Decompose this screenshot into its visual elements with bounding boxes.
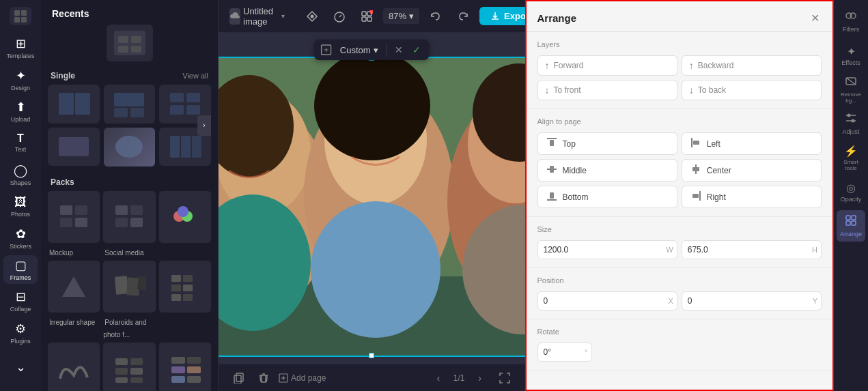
sidebar-item-text[interactable]: T Text xyxy=(3,128,38,157)
pack-thumb[interactable] xyxy=(103,191,155,243)
recent-template-thumb[interactable] xyxy=(107,25,153,61)
height-input[interactable] xyxy=(682,240,822,259)
sidebar-item-label: Design xyxy=(11,85,30,91)
add-page-label: Add page xyxy=(291,373,326,383)
pack-thumb[interactable] xyxy=(159,261,211,313)
x-input[interactable] xyxy=(537,291,677,310)
pack-thumb[interactable] xyxy=(103,261,155,313)
photo-sim xyxy=(219,58,525,356)
smart-tools-icon: ⚡ xyxy=(844,145,858,158)
svg-point-61 xyxy=(311,14,314,18)
delete-btn[interactable] xyxy=(254,368,273,388)
packs-section-header: Packs xyxy=(48,173,211,191)
app-logo xyxy=(10,7,31,25)
next-templates-btn[interactable]: › xyxy=(197,115,211,136)
undo-btn[interactable] xyxy=(425,5,447,27)
bottom-bar: Add page ‹ 1/1 › xyxy=(219,364,525,391)
sidebar-item-stickers[interactable]: ✿ Stickers xyxy=(3,223,38,252)
panel-header: Recents xyxy=(41,0,218,25)
template-thumb[interactable] xyxy=(104,128,156,166)
sidebar-item-photos[interactable]: 🖼 Photos xyxy=(3,192,38,220)
adjust-btn[interactable]: Adjust xyxy=(837,108,865,139)
pack-thumb[interactable] xyxy=(48,343,100,391)
edge-handle-b[interactable] xyxy=(369,353,374,358)
toolbar-divider xyxy=(387,43,387,57)
canvas-toolbar: Custom ▾ ✕ ✓ xyxy=(314,40,430,60)
backward-btn[interactable]: ↑ Backward xyxy=(682,55,822,76)
effects-btn[interactable]: ✦ Effects xyxy=(837,40,865,71)
prev-page-btn[interactable]: ‹ xyxy=(429,368,448,388)
opacity-btn[interactable]: ◎ Opacity xyxy=(837,176,865,207)
smart-tools-btn[interactable]: ⚡ Smarttools xyxy=(837,142,865,173)
timer-btn[interactable] xyxy=(328,5,350,27)
doc-title-text: Untitled image xyxy=(243,6,279,27)
svg-rect-34 xyxy=(115,218,128,227)
export-label: Export xyxy=(504,11,524,21)
svg-rect-58 xyxy=(187,366,201,373)
template-thumb[interactable] xyxy=(48,85,100,124)
pack-thumb[interactable] xyxy=(159,343,211,391)
svg-rect-6 xyxy=(118,46,128,53)
resize-icon xyxy=(320,43,333,57)
to-front-label: To front xyxy=(554,85,581,95)
arrange-label: Arrange xyxy=(840,231,862,237)
width-input[interactable] xyxy=(537,240,677,259)
redo-btn[interactable] xyxy=(452,5,474,27)
sidebar-item-design[interactable]: ✦ Design xyxy=(3,66,38,94)
to-front-btn[interactable]: ↓ To front xyxy=(537,80,677,100)
arrange-btn[interactable]: Arrange xyxy=(837,210,865,242)
align-middle-btn[interactable]: Middle xyxy=(537,159,677,182)
align-top-btn[interactable]: Top xyxy=(537,132,677,155)
align-middle-icon xyxy=(546,164,557,177)
y-input[interactable] xyxy=(682,291,822,310)
svg-rect-91 xyxy=(236,373,243,381)
align-bottom-btn[interactable]: Bottom xyxy=(537,186,677,208)
pack-thumb[interactable] xyxy=(48,191,100,243)
filters-btn[interactable]: Filters xyxy=(837,5,865,37)
pack-thumb[interactable] xyxy=(103,343,155,391)
align-right-btn[interactable]: Right xyxy=(682,186,822,208)
sidebar-item-upload[interactable]: ⬆ Upload xyxy=(3,97,38,126)
sidebar-item-frames[interactable]: ▢ Frames xyxy=(3,255,38,284)
stickers-icon: ✿ xyxy=(16,227,26,242)
sidebar-item-more[interactable]: ⌄ xyxy=(3,350,38,384)
layout-btn[interactable]: 2 xyxy=(356,5,378,27)
sidebar-item-collage[interactable]: ⊟ Collage xyxy=(3,287,38,315)
svg-rect-10 xyxy=(59,93,74,115)
sidebar-item-plugins[interactable]: ⚙ Plugins xyxy=(3,319,38,347)
template-thumb[interactable] xyxy=(104,85,156,124)
view-all-link[interactable]: View all xyxy=(182,72,208,80)
add-page-btn[interactable]: Add page xyxy=(279,373,326,383)
custom-size-btn[interactable]: Custom ▾ xyxy=(336,44,382,57)
packs-row xyxy=(48,261,211,313)
svg-rect-56 xyxy=(187,357,201,364)
sidebar-item-shapes[interactable]: ◯ Shapes xyxy=(3,160,38,189)
zoom-control[interactable]: 87% ▾ xyxy=(383,8,419,24)
align-center-btn[interactable]: Center xyxy=(682,159,822,182)
forward-btn[interactable]: ↑ Forward xyxy=(537,55,677,76)
pack-thumb[interactable] xyxy=(159,191,211,243)
toolbar-check-btn[interactable]: ✓ xyxy=(409,42,424,57)
rotate-input[interactable] xyxy=(537,343,592,362)
to-back-btn[interactable]: ↓ To back xyxy=(682,80,822,100)
sidebar-item-label: Collage xyxy=(10,306,31,313)
top-bar-controls: 2 87% ▾ xyxy=(301,5,524,27)
rotate-control: ° xyxy=(537,343,822,362)
fullscreen-btn[interactable] xyxy=(495,368,514,388)
remove-bg-btn[interactable]: Removebg... xyxy=(837,74,865,105)
present-btn[interactable] xyxy=(301,5,323,27)
pack-thumb[interactable] xyxy=(48,261,100,313)
align-left-btn[interactable]: Left xyxy=(682,132,822,155)
svg-rect-5 xyxy=(118,36,128,43)
export-btn[interactable]: Export xyxy=(479,7,524,25)
template-thumb[interactable] xyxy=(48,128,100,166)
toolbar-close-btn[interactable]: ✕ xyxy=(391,42,406,57)
next-page-btn[interactable]: › xyxy=(471,368,490,388)
pack-category-label: Irregular shape xyxy=(48,319,95,326)
x-group: X xyxy=(537,291,677,310)
arrange-close-btn[interactable]: ✕ xyxy=(808,11,822,25)
svg-rect-107 xyxy=(692,194,699,198)
copy-btn[interactable] xyxy=(229,368,249,388)
sidebar-item-templates[interactable]: ⊞ Templates xyxy=(3,33,38,62)
svg-rect-117 xyxy=(852,216,856,220)
